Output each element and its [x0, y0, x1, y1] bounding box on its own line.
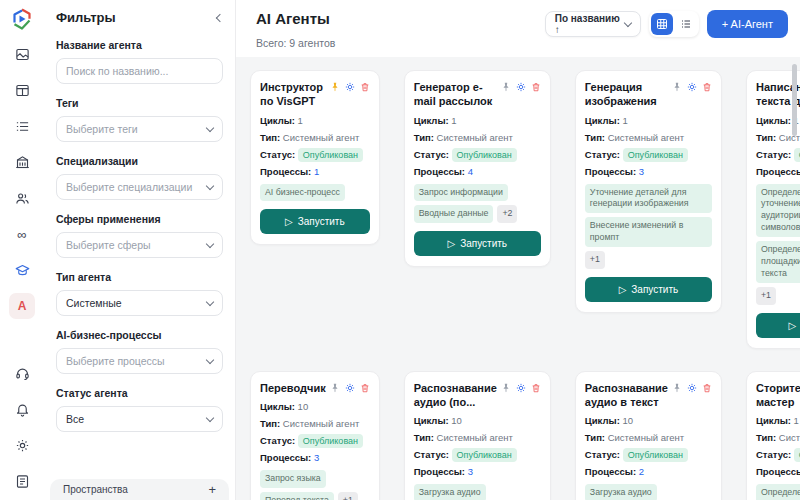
docs-icon[interactable]	[9, 468, 35, 494]
pin-icon[interactable]	[501, 82, 511, 109]
frame-icon[interactable]	[9, 41, 35, 67]
run-label: Запустить	[298, 216, 345, 227]
tasks-icon[interactable]	[9, 113, 35, 139]
cycles-value: 1	[451, 115, 456, 126]
pin-icon[interactable]	[501, 383, 511, 410]
chevron-down-icon	[206, 413, 214, 421]
type-value: Системный агент	[283, 132, 359, 143]
app-logo-icon[interactable]	[10, 7, 34, 31]
main-content: AI Агенты Всего: 9 агентов По названию ↑…	[236, 0, 800, 500]
delete-icon[interactable]	[360, 383, 370, 395]
type-label: Тип:	[260, 132, 280, 143]
processes-label: Процессы:	[260, 166, 311, 177]
support-icon[interactable]	[9, 360, 35, 386]
filter-label-spheres: Сферы применения	[56, 213, 223, 225]
infinity-icon[interactable]: ∞	[9, 221, 35, 247]
delete-icon[interactable]	[531, 383, 541, 410]
status-label: Статус:	[414, 449, 449, 460]
cycles-label: Циклы:	[585, 115, 620, 126]
notifications-icon[interactable]	[9, 396, 35, 422]
pin-icon[interactable]	[330, 82, 340, 109]
process-tag: Запрос языка	[260, 470, 326, 488]
scrollbar-thumb[interactable]	[792, 64, 797, 136]
tags-select[interactable]: Выберите теги	[56, 116, 223, 142]
spaces-label: Пространства	[63, 484, 128, 495]
view-toggle	[649, 11, 699, 37]
settings-icon[interactable]	[516, 383, 526, 410]
list-view-button[interactable]	[675, 13, 697, 35]
agent-card[interactable]: Распознавание аудио в текст Циклы: 10 Ти…	[575, 371, 722, 500]
agent-status-select[interactable]: Все	[56, 406, 223, 432]
agent-tags: Определение цели и структуры историиРазр…	[756, 484, 800, 500]
status-label: Статус:	[414, 149, 449, 160]
agent-card[interactable]: Переводчик Циклы: 10 Тип: Системный аген…	[250, 371, 380, 500]
processes-label: Процессы:	[756, 166, 800, 177]
grid-view-button[interactable]	[651, 13, 673, 35]
run-button[interactable]: ▷ Запустить	[414, 231, 541, 256]
agents-count: Всего: 9 агентов	[256, 37, 335, 49]
status-badge: Опубликован	[623, 148, 688, 162]
agent-card[interactable]: Генерация изображения Циклы: 1 Тип: Сист…	[575, 70, 722, 313]
processes-label: Процессы:	[414, 466, 465, 477]
settings-icon[interactable]	[345, 383, 355, 395]
status-label: Статус:	[585, 449, 620, 460]
theme-icon[interactable]	[9, 432, 35, 458]
filter-label-tags: Теги	[56, 97, 223, 109]
organization-icon[interactable]	[9, 149, 35, 175]
filter-label-status: Статус агента	[56, 387, 223, 399]
agent-type-select[interactable]: Системные	[56, 290, 223, 316]
type-value: Системный агент	[437, 432, 513, 443]
cycles-value: 10	[622, 415, 633, 426]
run-button[interactable]: ▷ Запустить	[585, 277, 712, 302]
settings-icon[interactable]	[687, 82, 697, 109]
delete-icon[interactable]	[702, 82, 712, 109]
settings-icon[interactable]	[687, 383, 697, 410]
add-space-button[interactable]: +	[208, 482, 216, 497]
spaces-panel[interactable]: Пространства +	[50, 479, 229, 500]
type-label: Тип:	[414, 432, 434, 443]
chevron-down-icon	[206, 355, 214, 363]
type-label: Тип:	[414, 132, 434, 143]
agent-tags: Запрос информацииВводные данные+2	[414, 184, 541, 224]
pin-icon[interactable]	[672, 82, 682, 109]
delete-icon[interactable]	[531, 82, 541, 109]
run-button[interactable]: ▷ Запустить	[260, 209, 370, 234]
process-tag: Загрузка аудио	[414, 484, 486, 500]
agent-card[interactable]: Инструктор по VisGPT Циклы: 1 Тип: Систе…	[250, 70, 380, 245]
agent-card[interactable]: Генератор e-mail рассылок Циклы: 1 Тип: …	[404, 70, 551, 267]
delete-icon[interactable]	[360, 82, 370, 109]
spheres-select[interactable]: Выберите сферы	[56, 232, 223, 258]
type-value: Системный агент	[608, 432, 684, 443]
filter-label-agent-type: Тип агента	[56, 271, 223, 283]
sort-select[interactable]: По названию ↑	[545, 11, 641, 37]
more-tags-badge: +1	[585, 251, 605, 269]
type-label: Тип:	[756, 132, 776, 143]
settings-icon[interactable]	[516, 82, 526, 109]
pin-icon[interactable]	[672, 383, 682, 410]
play-icon: ▷	[447, 238, 455, 249]
page-title: AI Агенты	[256, 10, 335, 27]
run-button[interactable]: ▷ Запустить	[756, 313, 800, 338]
agent-card[interactable]: Распознавание аудио (по... Циклы: 10 Тип…	[404, 371, 551, 500]
education-icon[interactable]	[9, 257, 35, 283]
users-icon[interactable]	[9, 185, 35, 211]
run-label: Запустить	[631, 284, 678, 295]
processes-value: 3	[468, 466, 473, 477]
filters-title: Фильтры	[56, 10, 116, 25]
agent-card[interactable]: Сторителлинг-мастер Циклы: 1 Тип: Систем…	[746, 371, 800, 500]
agent-name-search-input[interactable]	[56, 58, 223, 84]
cycles-value: 1	[622, 115, 627, 126]
add-agent-button[interactable]: + AI-Агент	[707, 10, 788, 38]
processes-value: 1	[314, 166, 319, 177]
specializations-select[interactable]: Выберите специализации	[56, 174, 223, 200]
agents-icon[interactable]: A	[9, 293, 35, 319]
business-processes-select[interactable]: Выберите процессы	[56, 348, 223, 374]
collapse-panel-icon[interactable]	[216, 13, 224, 21]
pin-icon[interactable]	[330, 383, 340, 395]
type-label: Тип:	[756, 432, 776, 443]
kanban-icon[interactable]	[9, 77, 35, 103]
delete-icon[interactable]	[702, 383, 712, 410]
settings-icon[interactable]	[345, 82, 355, 109]
status-badge: Опубликован	[298, 434, 363, 448]
chevron-down-icon	[206, 181, 214, 189]
